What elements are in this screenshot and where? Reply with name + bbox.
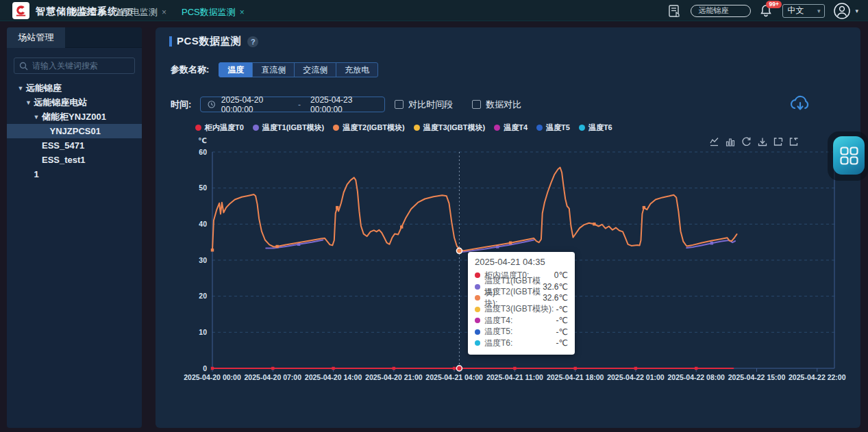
legend-label: 柜内温度T0 (205, 123, 244, 133)
tab-pcs-data-monitor[interactable]: PCS数据监测 × (182, 6, 245, 18)
toolbox-save-image-icon[interactable] (758, 137, 767, 147)
checkbox-label: 对比时间段 (408, 99, 453, 111)
sidebar-header: 场站管理 (7, 27, 142, 48)
report-icon[interactable] (667, 3, 682, 18)
param-button-充放电[interactable]: 充放电 (336, 62, 378, 77)
param-button-交流侧[interactable]: 交流侧 (294, 62, 336, 77)
checkbox-对比时间段[interactable]: 对比时间段 (395, 99, 453, 111)
tree-search-input[interactable] (14, 58, 135, 74)
checkbox-box[interactable] (395, 100, 404, 109)
tree-node-ESS_5471[interactable]: ESS_5471 (7, 138, 142, 153)
checkbox-label: 数据对比 (486, 99, 521, 111)
chevron-down-icon: ▾ (817, 8, 821, 14)
tooltip-series-value: 32.6℃ (543, 293, 568, 303)
svg-text:40: 40 (199, 220, 207, 228)
chart-toolbox (710, 136, 799, 147)
compare-checkboxes: 对比时间段数据对比 (385, 99, 521, 111)
tree-node-储能柜YNJZ001[interactable]: ▼储能柜YNJZ001 (7, 110, 142, 124)
sidebar-tab-station-management[interactable]: 场站管理 (7, 27, 65, 48)
toolbox-bar-chart-icon[interactable] (726, 137, 735, 147)
tree-node-YNJZPCS01[interactable]: YNJZPCS01 (7, 124, 142, 138)
avatar[interactable] (833, 2, 851, 20)
tab-close-icon[interactable]: × (240, 8, 245, 17)
legend-item-温度T1(IGBT模块)[interactable]: 温度T1(IGBT模块) (253, 123, 324, 133)
legend-dot (536, 125, 543, 131)
legend-item-温度T4[interactable]: 温度T4 (494, 123, 528, 133)
svg-text:2025-04-22 15:00: 2025-04-22 15:00 (728, 373, 786, 381)
svg-text:℃: ℃ (198, 136, 207, 144)
legend-item-柜内温度T0[interactable]: 柜内温度T0 (195, 123, 244, 133)
legend-label: 温度T2(IGBT模块) (343, 123, 404, 133)
svg-text:2025-04-21 04:00: 2025-04-21 04:00 (425, 373, 483, 381)
tooltip-series-dot (475, 295, 480, 301)
legend-item-温度T6[interactable]: 温度T6 (579, 123, 612, 133)
tooltip-row: 温度T4:-℃ (475, 315, 568, 327)
legend-item-温度T3(IGBT模块)[interactable]: 温度T3(IGBT模块) (414, 123, 485, 133)
svg-text:2025-04-22 08:00: 2025-04-22 08:00 (667, 373, 725, 381)
avatar-caret-icon[interactable]: ▾ (855, 8, 858, 14)
time-range-picker[interactable]: 2025-04-20 00:00:00 - 2025-04-23 00:00:0… (200, 97, 385, 112)
notifications[interactable]: 99+ (759, 3, 774, 18)
tooltip-series-label: 温度T6: (484, 338, 512, 349)
parameter-row: 参数名称: 温度直流侧交流侧充放电 (171, 62, 378, 77)
toolbox-data-zoom-icon[interactable] (773, 137, 783, 147)
tooltip-series-dot (475, 340, 480, 346)
checkbox-box[interactable] (472, 100, 481, 109)
time-start-value[interactable]: 2025-04-20 00:00:00 (221, 95, 288, 114)
tooltip-series-dot (475, 307, 480, 312)
help-icon[interactable]: ? (247, 36, 258, 47)
tooltip-series-label: 温度T5: (484, 326, 512, 338)
main-panel: PCS数据监测 ? 参数名称: 温度直流侧交流侧充放电 时间: 2025-04-… (156, 27, 860, 428)
tree-node-ESS_test1[interactable]: ESS_test1 (7, 153, 142, 167)
tree-node-1[interactable]: 1 (7, 167, 142, 181)
tooltip-row: 温度T5:-℃ (475, 327, 568, 338)
tooltip-row: 温度T3(IGBT模块):-℃ (475, 304, 568, 316)
time-end-value[interactable]: 2025-04-23 00:00:00 (310, 95, 377, 114)
tree-node-远能锦座[interactable]: ▼远能锦座 (7, 81, 142, 95)
sidebar-search (14, 58, 135, 74)
tree-expand-icon[interactable]: ▼ (32, 114, 40, 120)
temperature-chart[interactable]: 2025-04-20 00:002025-04-20 07:002025-04-… (164, 134, 856, 385)
tree-node-远能锦座电站[interactable]: ▼远能锦座电站 (7, 95, 142, 110)
svg-text:20: 20 (199, 292, 207, 300)
legend-label: 温度T5 (546, 123, 570, 133)
svg-text:2025-04-21 11:00: 2025-04-21 11:00 (486, 373, 543, 381)
toolbox-line-chart-icon[interactable] (710, 137, 719, 147)
open-tabs: 配电监测 × PCS数据监测 × (122, 6, 245, 18)
param-button-直流侧[interactable]: 直流侧 (252, 62, 295, 77)
tooltip-series-value: 32.6℃ (543, 282, 568, 292)
checkbox-数据对比[interactable]: 数据对比 (472, 99, 521, 111)
legend-dot (253, 125, 259, 131)
svg-text:2025-04-20 00:00: 2025-04-20 00:00 (184, 373, 241, 381)
toolbox-zoom-reset-icon[interactable] (789, 137, 799, 147)
legend-label: 温度T4 (504, 123, 528, 133)
param-button-温度[interactable]: 温度 (219, 62, 253, 77)
tooltip-row: 温度T2(IGBT模块):32.6℃ (475, 292, 568, 304)
legend-item-温度T2(IGBT模块)[interactable]: 温度T2(IGBT模块) (333, 123, 404, 133)
search-icon (19, 62, 28, 71)
svg-text:2025-04-20 14:00: 2025-04-20 14:00 (305, 373, 362, 381)
brand-logo[interactable] (12, 2, 29, 19)
tree-node-label: 1 (34, 169, 39, 179)
menu-item-dashboard[interactable]: 数据看板 (71, 6, 106, 18)
svg-text:50: 50 (199, 183, 207, 192)
tree-expand-icon[interactable]: ▼ (16, 85, 25, 92)
tooltip-series-label: 温度T4: (484, 315, 512, 327)
language-select[interactable]: 中文 ▾ (782, 4, 825, 18)
tab-close-icon[interactable]: × (162, 8, 166, 17)
tree-node-label: ESS_5471 (42, 140, 84, 151)
quick-menu-button[interactable] (833, 136, 865, 175)
tree-node-label: ESS_test1 (42, 155, 86, 165)
tooltip-series-dot (475, 329, 480, 335)
export-download-button[interactable] (788, 92, 813, 116)
tooltip-row: 温度T6:-℃ (475, 338, 568, 349)
toolbox-restore-icon[interactable] (741, 136, 752, 147)
tab-distribution-monitor[interactable]: 配电监测 × (122, 6, 166, 18)
station-search-input[interactable] (691, 5, 751, 17)
legend-item-温度T5[interactable]: 温度T5 (536, 123, 570, 133)
svg-text:0: 0 (203, 364, 207, 372)
tree-expand-icon[interactable]: ▼ (25, 99, 33, 106)
tooltip-series-value: -℃ (556, 316, 568, 325)
tooltip-series-value: 0℃ (554, 270, 568, 280)
legend-dot (333, 125, 339, 131)
